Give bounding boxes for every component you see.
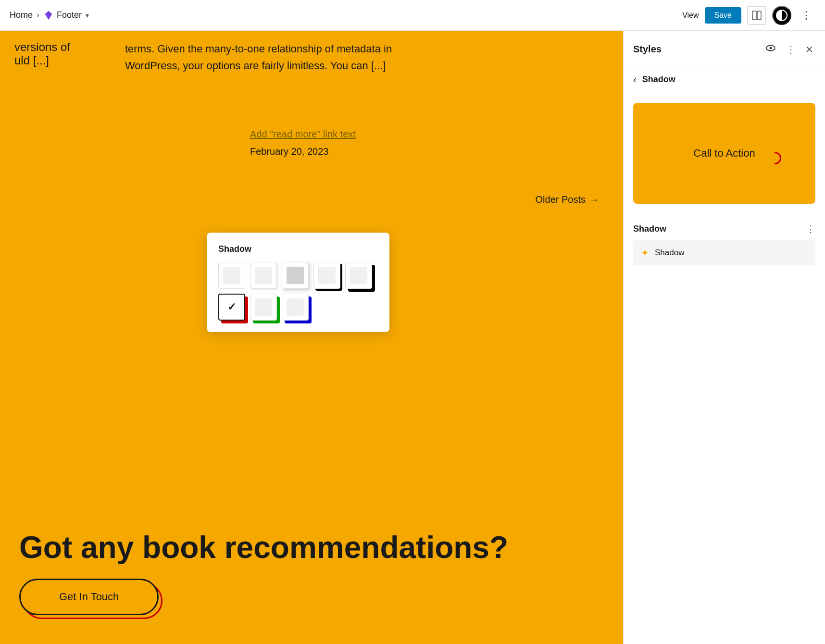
eye-icon xyxy=(765,42,776,54)
checkmark-icon: ✓ xyxy=(227,301,236,313)
shadow-option-none[interactable] xyxy=(218,262,245,289)
shadow-large-black-preview xyxy=(318,267,336,284)
shadow-item-label: Shadow xyxy=(655,248,684,258)
panel-header: Styles ⋮ ✕ xyxy=(624,31,825,66)
right-panel: Styles ⋮ ✕ ‹ Shadow Call to Action Sha xyxy=(623,31,825,644)
partial-text-line1: versions of xyxy=(14,40,70,54)
shadow-sub-title: Shadow xyxy=(642,74,675,85)
shadow-picker-popup: Shadow ✓ xyxy=(207,233,389,332)
panel-styles-title: Styles xyxy=(633,44,662,55)
svg-point-3 xyxy=(770,47,772,50)
blog-excerpt-container: terms. Given the many-to-one relationshi… xyxy=(125,40,394,74)
shadow-section-title: Shadow xyxy=(633,224,666,234)
footer-block-icon xyxy=(43,10,54,21)
panel-section-header: Shadow ⋮ xyxy=(633,223,815,235)
read-more-link[interactable]: Add "read more" link text xyxy=(250,129,356,140)
panel-more-button[interactable]: ⋮ xyxy=(784,42,798,57)
shadow-small-preview xyxy=(255,267,272,284)
more-options-button[interactable]: ⋮ xyxy=(797,7,815,24)
view-button[interactable]: View xyxy=(682,11,699,20)
shadow-option-green[interactable] xyxy=(250,294,277,321)
contrast-icon xyxy=(776,10,788,21)
panel-shadow-section: Shadow ⋮ ✦ Shadow xyxy=(624,213,825,275)
breadcrumb-footer-item[interactable]: Footer ▾ xyxy=(43,10,89,21)
shadow-none-preview xyxy=(223,267,240,284)
preview-box: Call to Action xyxy=(633,103,815,204)
shadow-option-large-black[interactable] xyxy=(313,262,340,289)
panel-sub-header: ‹ Shadow xyxy=(624,66,825,93)
canvas-content: versions of uld [...] terms. Given the m… xyxy=(0,31,623,60)
shadow-options-grid: ✓ xyxy=(218,262,378,321)
older-posts-link[interactable]: Older Posts xyxy=(536,194,586,205)
cta-title: Got any book recommendations? xyxy=(19,531,604,564)
back-button[interactable]: ‹ xyxy=(633,74,637,85)
older-posts-row: Older Posts → xyxy=(536,194,609,205)
post-date: February 20, 2023 xyxy=(250,146,328,157)
partial-text: versions of uld [...] xyxy=(0,40,85,67)
cta-button[interactable]: Get In Touch xyxy=(19,579,159,615)
shadow-xlarge-black-preview xyxy=(350,267,367,284)
shadow-green-preview xyxy=(255,298,272,316)
panel-header-actions: ⋮ ✕ xyxy=(763,40,815,58)
shadow-picker-title: Shadow xyxy=(218,244,378,254)
cta-button-wrapper: Get In Touch xyxy=(19,579,159,615)
shadow-option-small[interactable] xyxy=(250,262,277,289)
split-view-button[interactable] xyxy=(747,6,766,25)
shadow-medium-preview xyxy=(287,267,304,284)
breadcrumb-footer-label: Footer xyxy=(57,10,82,20)
toolbar-right: View Save ⋮ xyxy=(682,6,815,25)
shadow-blue-preview xyxy=(287,298,304,316)
eye-button[interactable] xyxy=(763,40,778,58)
svg-rect-0 xyxy=(752,11,756,20)
shadow-option-red-active[interactable]: ✓ xyxy=(218,294,245,321)
shadow-option-blue[interactable] xyxy=(282,294,309,321)
preview-cta-wrapper: Call to Action xyxy=(674,147,774,160)
breadcrumb-home[interactable]: Home xyxy=(10,10,33,20)
partial-text-line2: uld [...] xyxy=(14,54,70,67)
breadcrumb-separator: › xyxy=(37,10,39,20)
panel-close-button[interactable]: ✕ xyxy=(803,42,815,57)
svg-rect-1 xyxy=(757,11,761,20)
chevron-down-icon: ▾ xyxy=(86,12,89,19)
older-posts-arrow: → xyxy=(589,194,599,205)
save-button[interactable]: Save xyxy=(705,7,741,24)
shadow-option-xlarge-black[interactable] xyxy=(345,262,372,289)
shadow-section-more-button[interactable]: ⋮ xyxy=(806,223,815,235)
toolbar: Home › Footer ▾ View Save ⋮ xyxy=(0,0,825,31)
canvas-area: versions of uld [...] terms. Given the m… xyxy=(0,31,623,644)
shadow-list-item[interactable]: ✦ Shadow xyxy=(633,240,815,265)
shadow-option-medium[interactable] xyxy=(282,262,309,289)
shadow-item-sun-icon: ✦ xyxy=(641,247,649,259)
cta-section: Got any book recommendations? Get In Tou… xyxy=(0,511,623,644)
preview-cta-text: Call to Action xyxy=(674,138,774,168)
blog-excerpt-text: terms. Given the many-to-one relationshi… xyxy=(125,40,394,74)
split-icon xyxy=(751,10,762,21)
toolbar-left: Home › Footer ▾ xyxy=(10,10,89,21)
contrast-button[interactable] xyxy=(772,6,791,25)
